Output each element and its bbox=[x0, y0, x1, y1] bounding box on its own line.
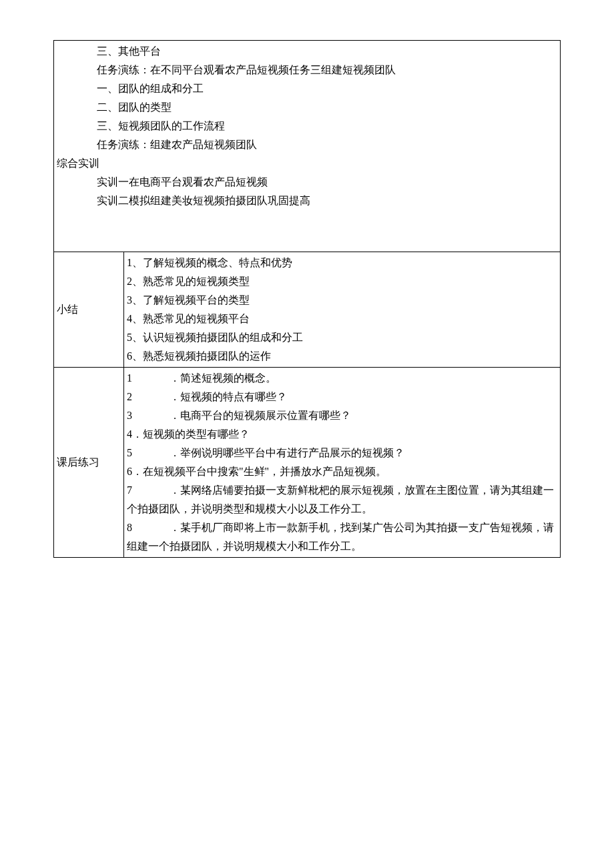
exercise-number: 3 bbox=[127, 410, 132, 421]
exercise-item: 5．举例说明哪些平台中有进行产品展示的短视频？ bbox=[127, 444, 557, 462]
exercise-text: ．短视频的类型有哪些？ bbox=[132, 428, 250, 440]
content-line: 综合实训 bbox=[57, 154, 557, 173]
top-section-row: 三、其他平台任务演练：在不同平台观看农产品短视频任务三组建短视频团队一、团队的组… bbox=[54, 41, 561, 252]
exercise-number: 4 bbox=[127, 428, 132, 440]
exercise-item: 8．某手机厂商即将上市一款新手机，找到某广告公司为其拍摄一支广告短视频，请组建一… bbox=[127, 518, 557, 556]
content-line: 一、团队的组成和分工 bbox=[57, 79, 557, 98]
summary-row: 小结 1、了解短视频的概念、特点和优势2、熟悉常见的短视频类型3、了解短视频平台… bbox=[54, 252, 561, 368]
exercise-item: 3．电商平台的短视频展示位置有哪些？ bbox=[127, 406, 557, 425]
exercise-item: 2．短视频的特点有哪些？ bbox=[127, 388, 557, 406]
content-line: 三、短视频团队的工作流程 bbox=[57, 117, 557, 135]
summary-item: 4、熟悉常见的短视频平台 bbox=[127, 310, 557, 328]
content-line: 实训二模拟组建美妆短视频拍摄团队巩固提高 bbox=[57, 191, 557, 210]
exercise-number: 5 bbox=[127, 447, 132, 458]
exercise-text: ．在短视频平台中搜索"生鲜"，并播放水产品短视频。 bbox=[132, 466, 386, 477]
exercises-label: 课后练习 bbox=[54, 368, 124, 558]
summary-item: 2、熟悉常见的短视频类型 bbox=[127, 272, 557, 291]
summary-item: 6、熟悉短视频拍摄团队的运作 bbox=[127, 347, 557, 366]
summary-content: 1、了解短视频的概念、特点和优势2、熟悉常见的短视频类型3、了解短视频平台的类型… bbox=[124, 252, 561, 368]
exercise-item: 4．短视频的类型有哪些？ bbox=[127, 425, 557, 444]
exercise-text: ．简述短视频的概念。 bbox=[170, 372, 276, 384]
exercise-text: ．举例说明哪些平台中有进行产品展示的短视频？ bbox=[170, 447, 404, 458]
content-line: 任务演练：组建农产品短视频团队 bbox=[57, 135, 557, 154]
summary-item: 3、了解短视频平台的类型 bbox=[127, 291, 557, 310]
content-line: 任务演练：在不同平台观看农产品短视频任务三组建短视频团队 bbox=[57, 61, 557, 79]
exercises-content: 1．简述短视频的概念。2．短视频的特点有哪些？3．电商平台的短视频展示位置有哪些… bbox=[124, 368, 561, 558]
summary-label: 小结 bbox=[54, 252, 124, 368]
content-line: 二、团队的类型 bbox=[57, 98, 557, 117]
summary-item: 1、了解短视频的概念、特点和优势 bbox=[127, 254, 557, 272]
exercise-text: ．某网络店铺要拍摄一支新鲜枇杷的展示短视频，放置在主图位置，请为其组建一个拍摄团… bbox=[127, 484, 554, 514]
content-line: 实训一在电商平台观看农产品短视频 bbox=[57, 173, 557, 191]
exercise-number: 1 bbox=[127, 372, 132, 384]
exercise-item: 7．某网络店铺要拍摄一支新鲜枇杷的展示短视频，放置在主图位置，请为其组建一个拍摄… bbox=[127, 481, 557, 518]
content-line: 三、其他平台 bbox=[57, 42, 557, 61]
exercise-text: ．短视频的特点有哪些？ bbox=[170, 391, 287, 402]
exercise-item: 1．简述短视频的概念。 bbox=[127, 369, 557, 388]
top-section-cell: 三、其他平台任务演练：在不同平台观看农产品短视频任务三组建短视频团队一、团队的组… bbox=[54, 41, 561, 252]
exercise-number: 6 bbox=[127, 466, 132, 477]
exercise-item: 6．在短视频平台中搜索"生鲜"，并播放水产品短视频。 bbox=[127, 462, 557, 481]
exercise-number: 7 bbox=[127, 484, 132, 496]
exercise-text: ．某手机厂商即将上市一款新手机，找到某广告公司为其拍摄一支广告短视频，请组建一个… bbox=[127, 522, 554, 552]
exercise-number: 2 bbox=[127, 391, 132, 402]
exercise-number: 8 bbox=[127, 522, 132, 533]
lesson-table: 三、其他平台任务演练：在不同平台观看农产品短视频任务三组建短视频团队一、团队的组… bbox=[53, 40, 561, 558]
exercises-row: 课后练习 1．简述短视频的概念。2．短视频的特点有哪些？3．电商平台的短视频展示… bbox=[54, 368, 561, 558]
exercise-text: ．电商平台的短视频展示位置有哪些？ bbox=[170, 410, 351, 421]
summary-item: 5、认识短视频拍摄团队的组成和分工 bbox=[127, 328, 557, 347]
